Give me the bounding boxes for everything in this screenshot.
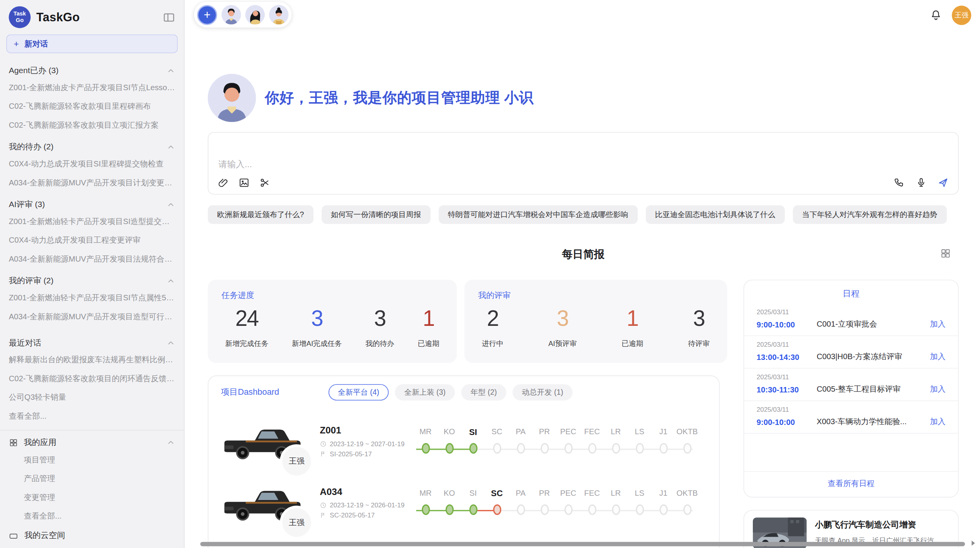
sidebar-item[interactable]: A034-全新新能源MUV产品开发项目造型可行性评审 (0, 307, 184, 326)
folder-icon (9, 531, 18, 540)
new-chat-button[interactable]: + 新对话 (6, 34, 178, 53)
view-all-apps-link[interactable]: 查看全部... (0, 507, 184, 526)
stat-caption: 进行中 (482, 339, 504, 348)
sidebar-item[interactable]: Z001-全新燃油皮卡产品开发项目SI节点Lesson Learn报告 (0, 78, 184, 97)
horizontal-scrollbar[interactable] (200, 542, 965, 546)
sidebar-item[interactable]: A034-全新新能源MUV产品开发项目法规符合性评审 (0, 250, 184, 269)
recent-chat-item[interactable]: C02-飞腾新能源轻客改款项目的闭环通告反馈情况 (0, 369, 184, 388)
milestone-dot-cell (556, 504, 580, 514)
milestone-dot (612, 504, 620, 514)
recent-chats-header[interactable]: 最近对话 (0, 334, 184, 351)
section-label: 我的待办 (2) (9, 141, 54, 152)
app-item[interactable]: 变更管理 (0, 488, 184, 507)
stat-column: 1已逾期 (622, 307, 643, 349)
schedule-item: 2025/03/1113:00-14:30C003|H0B-方案冻结评审加入 (744, 336, 958, 368)
join-meeting-link[interactable]: 加入 (930, 384, 946, 395)
suggestion-chip[interactable]: 如何写一份清晰的项目周报 (322, 205, 430, 224)
suggestion-chip[interactable]: 当下年轻人对汽车外观有怎样的喜好趋势 (793, 205, 947, 224)
scissors-icon[interactable] (259, 177, 270, 188)
scroll-right-arrow-icon[interactable] (969, 539, 978, 548)
milestone-label: PA (509, 488, 533, 498)
milestone-label: J1 (651, 427, 675, 437)
suggestion-chip[interactable]: 欧洲新规最近颁布了什么? (208, 205, 314, 224)
notification-bell-icon[interactable] (930, 9, 942, 21)
milestone-dot (421, 504, 430, 514)
dashboard-header: 项目Dashboard 全新平台 (4)全新上装 (3)年型 (2)动总开发 (… (208, 376, 719, 403)
logo-line2: Go (16, 17, 24, 23)
teammate-avatar[interactable] (269, 5, 288, 24)
mic-icon[interactable] (915, 177, 927, 188)
sidebar-link-favorites[interactable]: 我的收藏 (0, 546, 184, 548)
milestone-dot-cell (461, 504, 485, 514)
teammate-avatar[interactable] (245, 5, 265, 24)
phone-icon[interactable] (894, 177, 905, 188)
dashboard-tab[interactable]: 年型 (2) (461, 384, 506, 401)
view-all-schedule-link[interactable]: 查看所有日程 (744, 471, 958, 497)
sidebar-item[interactable]: C02-飞腾新能源轻客改款项目里程碑画布 (0, 97, 184, 116)
milestone-label: FEC (580, 488, 604, 498)
project-image: 王强 (221, 480, 301, 526)
dashboard-tab[interactable]: 全新平台 (4) (329, 384, 389, 401)
chevron-up-icon (166, 143, 175, 152)
sidebar-item[interactable]: C02-飞腾新能源轻客改款项目立项汇报方案 (0, 116, 184, 135)
chevron-up-icon (166, 277, 175, 286)
sidebar-section-header[interactable]: 我的评审 (2) (0, 272, 184, 289)
sidebar-item[interactable]: C0X4-动力总成开发项目工程变更评审 (0, 231, 184, 250)
send-icon[interactable] (937, 177, 949, 188)
composer-left-tools (218, 177, 271, 188)
chat-composer[interactable]: 请输入... (208, 132, 959, 195)
briefing-layout-icon[interactable] (940, 248, 951, 259)
sidebar: Task Go TaskGo + 新对话 Agent已办 (3)Z001-全新燃… (0, 0, 185, 548)
milestone-dot-cell (533, 443, 556, 453)
project-flag: SC-2025-05-17 (320, 511, 412, 519)
sidebar-divider (0, 430, 184, 431)
sidebar-section-header[interactable]: AI评审 (3) (0, 195, 184, 212)
milestone-dot-cell (580, 504, 604, 514)
sidebar-item[interactable]: C0X4-动力总成开发项目SI里程碑提交物检查 (0, 154, 184, 173)
user-avatar[interactable]: 王强 (952, 6, 971, 25)
dashboard-tab[interactable]: 全新上装 (3) (395, 384, 455, 401)
recent-chat-item[interactable]: 公司Q3轻卡销量 (0, 388, 184, 407)
sidebar-collapse-icon[interactable] (163, 11, 175, 23)
sidebar-item[interactable]: A034-全新新能源MUV产品开发项目计划变更表编写 (0, 173, 184, 192)
stat-value: 24 (235, 307, 259, 329)
recent-chat-item[interactable]: 解释最新出台的欧盟报废车法规再生塑料比例被调至15%... (0, 350, 184, 369)
sidebar-item[interactable]: Z001-全新燃油轻卡产品开发项目SI造型提交物评审 (0, 212, 184, 231)
sidebar-header: Task Go TaskGo (0, 0, 184, 33)
clock-icon (320, 502, 327, 509)
milestone-dot (683, 443, 691, 453)
schedule-time: 9:00-10:00 (757, 320, 817, 329)
join-meeting-link[interactable]: 加入 (930, 319, 946, 330)
app-item[interactable]: 项目管理 (0, 450, 184, 469)
logo-line1: Task (14, 11, 26, 17)
schedule-time: 13:00-14:30 (757, 353, 817, 361)
add-conversation-button[interactable]: + (197, 5, 217, 25)
attachment-icon[interactable] (218, 177, 229, 188)
join-meeting-link[interactable]: 加入 (930, 352, 946, 362)
app-item[interactable]: 产品管理 (0, 469, 184, 488)
project-row: 王强A0342023-12-19 ~ 2026-01-19SC-2025-05-… (208, 480, 719, 526)
section-label: 我的评审 (2) (9, 275, 54, 286)
assistant-avatar (208, 74, 256, 122)
milestone-label: OKTB (675, 427, 699, 437)
image-icon[interactable] (238, 177, 250, 188)
milestone-dot-cell (580, 443, 604, 453)
sidebar-link-cloud-space[interactable]: 我的云空间 (0, 526, 184, 546)
daily-briefing-title: 每日简报 (208, 247, 959, 262)
milestone-dot-cell (556, 443, 580, 453)
project-owner-badge: 王强 (282, 447, 311, 475)
sidebar-section-header[interactable]: Agent已办 (3) (0, 61, 184, 78)
schedule-time: 10:30-11:30 (757, 385, 817, 394)
teammate-avatar[interactable] (221, 5, 241, 24)
stat-column: 3AI预评审 (548, 307, 577, 349)
sidebar-item[interactable]: Z001-全新燃油轻卡产品开发项目SI节点属性5D文件评审 (0, 288, 184, 307)
join-meeting-link[interactable]: 加入 (930, 417, 946, 427)
suggestion-chip[interactable]: 比亚迪全固态电池计划具体说了什么 (646, 205, 785, 224)
sidebar-section-header[interactable]: 我的待办 (2) (0, 138, 184, 155)
suggestion-chip[interactable]: 特朗普可能对进口汽车增税会对中国车企造成哪些影响 (439, 205, 637, 224)
dashboard-tab[interactable]: 动总开发 (1) (512, 384, 572, 401)
milestone-label: LR (604, 488, 627, 498)
app-window: Task Go TaskGo + 新对话 Agent已办 (3)Z001-全新燃… (0, 0, 980, 548)
my-apps-header[interactable]: 我的应用 (0, 432, 184, 451)
view-all-chats-link[interactable]: 查看全部... (0, 407, 184, 426)
